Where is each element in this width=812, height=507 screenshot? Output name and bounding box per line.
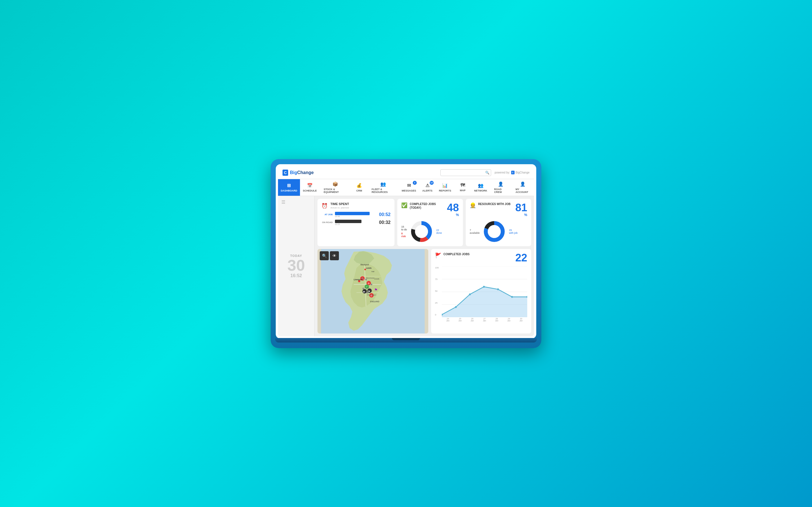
nav-label-road-crew: ROAD CREW (494, 188, 507, 193)
at-job-value: 00:52 (378, 212, 391, 217)
x-label-26: 26Jan (470, 318, 474, 322)
y-label-50: 50 (435, 290, 442, 292)
chart-y-labels: 100 75 50 25 0 (435, 267, 442, 317)
map-controls: 🔍 👁 (320, 251, 339, 260)
messages-icon: ✉ (407, 183, 411, 188)
road-crew-icon: 👤 (498, 181, 504, 187)
nav-item-alerts[interactable]: 12 ⚠ ALERTS (419, 179, 436, 196)
nav-item-dashboard[interactable]: ⊞ DASHBOARD (278, 179, 300, 196)
on-road-bar-container: 00:25 (335, 220, 375, 225)
done-count-label: done (436, 231, 442, 234)
chart-area: 100 75 50 25 0 (435, 267, 527, 330)
svg-point-53 (469, 293, 470, 295)
completed-jobs-title: COMPLETED JOBS (444, 252, 470, 256)
nav-item-my-account[interactable]: 👤 MY ACCOUNT (512, 179, 534, 196)
completed-jobs-donut-svg (410, 220, 433, 243)
date-number: 30 (287, 258, 305, 273)
svg-point-55 (497, 288, 499, 290)
nav-label-crm: CRM (356, 189, 362, 192)
nav-label-map: MAP (460, 189, 465, 192)
todo-count: 15 to do (401, 225, 407, 231)
network-icon: 👥 (478, 183, 484, 188)
my-account-icon: 👤 (520, 181, 525, 187)
logo-icon: C (283, 170, 288, 176)
completed-jobs-today-value: 48 (447, 202, 459, 214)
todo-count-label: to do (401, 228, 407, 231)
reports-icon: 📊 (442, 183, 448, 188)
search-input[interactable] (443, 171, 485, 175)
nav-bar: ⊞ DASHBOARD 📅 SCHEDULE 📦 STOCK & EQUIPME… (278, 179, 534, 196)
chart-x-labels: 24Jan 25Jan 26Jan 27Jan 28Jan 29Jan 30Ja… (442, 318, 527, 322)
map-svg: 🔧 ⚙ ✓ (317, 249, 428, 334)
completed-jobs-today-body: 15 to do 8 risk (401, 220, 459, 243)
nav-item-fleet[interactable]: 👥 FLEET & RESOURCES (368, 179, 399, 196)
risk-count-value: 8 (401, 232, 403, 235)
available-count-label: available (470, 231, 480, 234)
time-spent-card: ⏰ TIME SPENT Actual vs. planned AT JOB (317, 199, 395, 246)
line-chart-svg (442, 267, 527, 317)
completed-jobs-today-title-text: COMPLETED JOBS (410, 203, 436, 206)
completed-jobs-today-icon: ✅ (401, 202, 407, 209)
search-box[interactable]: 🔍 (441, 169, 491, 176)
completed-jobs-today-card: ✅ COMPLETED JOBS (today) 48 % (397, 199, 463, 246)
laptop-base (275, 338, 537, 342)
nav-label-messages: MESSAGES (402, 189, 416, 192)
at-job-bar-sublabel: 00:46 (335, 216, 375, 217)
svg-text:⚙: ⚙ (368, 282, 370, 284)
nav-item-stock[interactable]: 📦 STOCK & EQUIPMENT (320, 179, 351, 196)
resources-value: 81 (515, 202, 527, 214)
nav-item-road-crew[interactable]: 👤 ROAD CREW (490, 179, 511, 196)
with-job-labels: 29 with job (509, 229, 518, 234)
with-job-count: 29 with job (509, 229, 518, 234)
available-count-value: 7 (470, 229, 471, 231)
svg-text:Liverpool: Liverpool (354, 279, 363, 281)
nav-item-messages[interactable]: 2 ✉ MESSAGES (399, 179, 419, 196)
chart-canvas (442, 267, 527, 317)
nav-label-dashboard: DASHBOARD (281, 189, 297, 192)
map-eye-button[interactable]: 👁 (330, 251, 339, 260)
completed-jobs-flag-icon: 🚩 (435, 252, 441, 259)
nav-label-schedule: SCHEDULE (303, 189, 317, 192)
nav-item-crm[interactable]: 💰 CRM (351, 179, 368, 196)
svg-point-54 (483, 286, 485, 288)
svg-text:ENGLAND: ENGLAND (370, 300, 379, 302)
resources-icon: 👷 (470, 202, 476, 209)
resources-with-job-card: 👷 RESOURCES WITH JOB 81 % (466, 199, 531, 246)
risk-count-label: risk (401, 235, 406, 238)
on-road-label: ON ROAD (321, 221, 333, 224)
menu-hamburger-icon[interactable]: ☰ (282, 200, 285, 205)
done-count: 22 done (436, 229, 442, 234)
map-search-button[interactable]: 🔍 (320, 251, 329, 260)
map-icon: 🗺 (460, 183, 465, 188)
x-label-29: 29Jan (507, 318, 510, 322)
done-count-value: 22 (436, 229, 439, 231)
on-road-value: 00:32 (378, 220, 391, 225)
y-label-25: 25 (435, 302, 442, 304)
powered-by-logo-icon: C (511, 171, 515, 174)
svg-marker-50 (442, 287, 527, 317)
x-label-28: 28Jan (495, 318, 498, 322)
x-label-24: 24Jan (446, 318, 449, 322)
todo-count-value: 15 (401, 225, 404, 228)
top-bar: C BigChange 🔍 powered by: C BigChange (278, 166, 534, 179)
done-labels: 22 done (436, 229, 442, 234)
nav-item-schedule[interactable]: 📅 SCHEDULE (300, 179, 320, 196)
completed-jobs-donut (410, 220, 433, 243)
svg-text:Leeds: Leeds (366, 267, 371, 269)
completed-jobs-header: 🚩 COMPLETED JOBS 22 (435, 252, 527, 263)
time-spent-clock-icon: ⏰ (321, 203, 327, 209)
schedule-icon: 📅 (307, 183, 313, 188)
nav-item-reports[interactable]: 📊 REPORTS (436, 179, 454, 196)
risk-count: 8 risk (401, 232, 407, 238)
svg-point-19 (365, 279, 367, 280)
nav-item-map[interactable]: 🗺 MAP (454, 179, 471, 196)
svg-text:▶: ▶ (363, 290, 365, 293)
nav-label-fleet: FLEET & RESOURCES (371, 188, 395, 193)
svg-point-20 (371, 283, 372, 285)
x-label-27: 27Jan (483, 318, 486, 322)
at-job-bar-container: 00:46 (335, 212, 375, 217)
resources-body: 7 available (470, 220, 527, 243)
powered-by-brand: BigChange (516, 171, 529, 174)
logo-area: C BigChange (283, 170, 314, 176)
nav-item-network[interactable]: 👥 NETWORK (471, 179, 490, 196)
